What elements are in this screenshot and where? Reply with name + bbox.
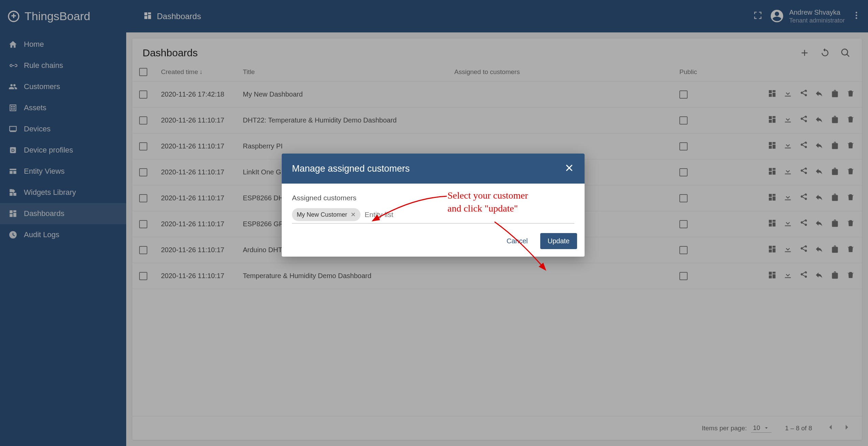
customer-chip: My New Customer ✕ — [292, 208, 361, 221]
entity-list-text-input[interactable] — [365, 208, 574, 221]
dialog-close-button[interactable] — [564, 163, 574, 174]
dialog-actions: Cancel Update — [282, 227, 585, 257]
assigned-customers-label: Assigned customers — [292, 194, 574, 202]
chip-remove-button[interactable]: ✕ — [351, 211, 356, 218]
update-button[interactable]: Update — [540, 233, 577, 249]
close-icon — [564, 163, 574, 173]
manage-customers-dialog: Manage assigned customers Assigned custo… — [282, 154, 585, 257]
entity-list-input[interactable]: My New Customer ✕ — [292, 208, 574, 224]
cancel-button[interactable]: Cancel — [500, 233, 534, 249]
dialog-header: Manage assigned customers — [282, 154, 585, 184]
dialog-body: Assigned customers My New Customer ✕ — [282, 184, 585, 227]
dialog-title: Manage assigned customers — [292, 163, 410, 174]
